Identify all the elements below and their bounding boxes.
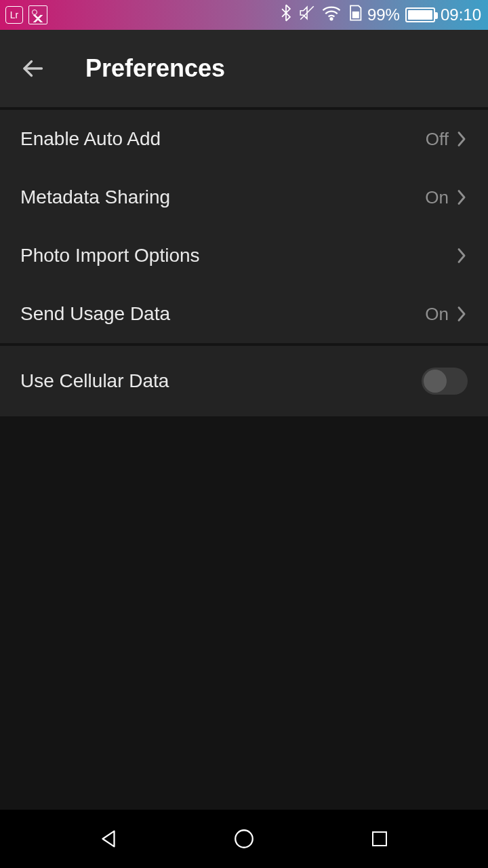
row-label: Enable Auto Add (20, 128, 426, 150)
sim-icon (347, 4, 362, 26)
nav-recent-button[interactable] (365, 824, 394, 854)
photo-notification-icon (28, 5, 47, 24)
row-metadata-sharing[interactable]: Metadata Sharing On (0, 168, 488, 226)
status-right: 99% 09:10 (279, 4, 481, 26)
empty-area (0, 419, 488, 810)
row-label: Photo Import Options (20, 245, 449, 267)
app-header: Preferences (0, 30, 488, 110)
row-label: Metadata Sharing (20, 186, 425, 208)
android-nav-bar (0, 810, 488, 868)
row-photo-import-options[interactable]: Photo Import Options (0, 226, 488, 285)
status-left: Lr (5, 5, 47, 24)
svg-rect-6 (373, 832, 386, 846)
page-title: Preferences (85, 54, 225, 83)
chevron-right-icon (455, 304, 468, 324)
svg-point-1 (330, 18, 332, 20)
bluetooth-icon (279, 4, 293, 26)
chevron-right-icon (455, 129, 468, 149)
cellular-data-toggle[interactable] (422, 368, 468, 395)
nav-back-button[interactable] (94, 824, 123, 854)
row-use-cellular-data[interactable]: Use Cellular Data (0, 346, 488, 416)
lightroom-app-icon: Lr (5, 6, 23, 24)
row-value: Off (426, 129, 449, 150)
status-bar: Lr 99% (0, 0, 488, 30)
row-value: On (425, 187, 449, 208)
battery-icon (405, 7, 435, 22)
row-send-usage-data[interactable]: Send Usage Data On (0, 285, 488, 343)
mute-icon (298, 4, 316, 26)
toggle-knob (424, 370, 447, 393)
chevron-right-icon (455, 245, 468, 266)
wifi-icon (321, 5, 342, 25)
svg-point-5 (235, 830, 253, 848)
row-value: On (425, 304, 449, 325)
chevron-right-icon (455, 187, 468, 208)
clock: 09:10 (441, 5, 481, 24)
svg-marker-4 (103, 831, 115, 847)
battery-percent: 99% (367, 5, 400, 24)
nav-home-button[interactable] (229, 824, 259, 854)
settings-group-2: Use Cellular Data (0, 346, 488, 419)
back-button[interactable] (19, 55, 46, 82)
row-label: Use Cellular Data (20, 370, 422, 392)
row-enable-auto-add[interactable]: Enable Auto Add Off (0, 110, 488, 168)
settings-group-1: Enable Auto Add Off Metadata Sharing On … (0, 110, 488, 346)
svg-rect-2 (353, 12, 359, 18)
row-label: Send Usage Data (20, 303, 425, 325)
